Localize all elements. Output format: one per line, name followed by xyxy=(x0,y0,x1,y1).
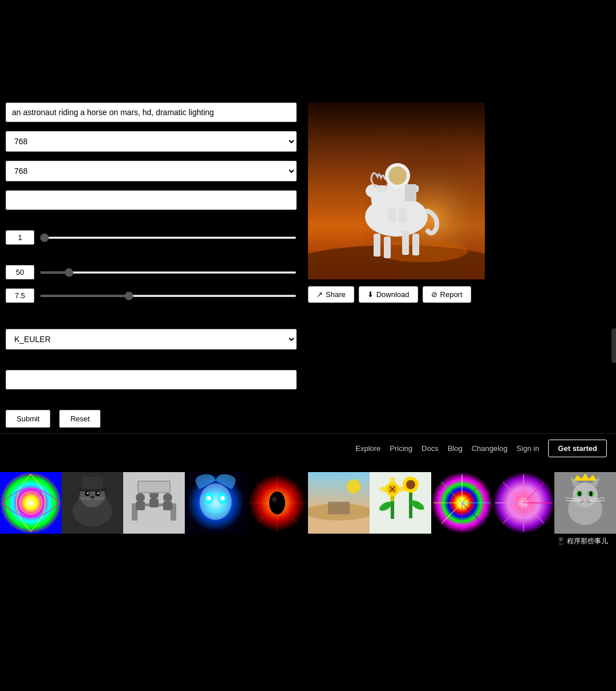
svg-point-80 xyxy=(380,486,391,492)
guidance-scale-value: 7.5 xyxy=(6,288,34,303)
svg-point-43 xyxy=(163,493,172,502)
svg-rect-67 xyxy=(328,502,350,514)
svg-point-51 xyxy=(200,483,232,520)
svg-point-63 xyxy=(272,497,277,502)
svg-rect-16 xyxy=(388,208,396,222)
svg-point-31 xyxy=(98,493,99,494)
share-icon: ↗ xyxy=(317,290,323,299)
download-button[interactable]: ⬇ Download xyxy=(359,286,418,303)
height-select[interactable]: 768 512 640 896 1024 xyxy=(6,161,297,181)
thumbnail-7[interactable] xyxy=(370,472,431,534)
svg-point-30 xyxy=(87,493,89,494)
width-select[interactable]: 768 512 640 896 1024 xyxy=(6,131,297,152)
svg-rect-27 xyxy=(82,477,103,489)
svg-rect-5 xyxy=(374,234,380,257)
svg-rect-45 xyxy=(149,499,159,507)
nav-signin[interactable]: Sign in xyxy=(517,444,540,453)
get-started-button[interactable]: Get started xyxy=(548,440,607,457)
svg-point-75 xyxy=(406,480,415,489)
thumbnail-3[interactable] xyxy=(123,472,185,534)
num-outputs-slider[interactable] xyxy=(40,237,297,239)
thumbnail-1[interactable] xyxy=(0,472,62,534)
svg-rect-18 xyxy=(405,184,416,201)
thumbnail-2[interactable] xyxy=(62,472,123,534)
image-actions: ↗ Share ⬇ Download ⊘ Report xyxy=(308,286,471,303)
svg-point-62 xyxy=(269,491,285,514)
guidance-scale-slider[interactable] xyxy=(40,295,297,297)
nav-bar: Explore Pricing Docs Blog Changelog Sign… xyxy=(0,433,616,463)
svg-point-79 xyxy=(390,490,395,502)
svg-point-55 xyxy=(220,496,225,501)
nav-blog[interactable]: Blog xyxy=(448,444,463,453)
report-button[interactable]: ⊘ Report xyxy=(423,286,471,303)
sidebar-handle[interactable] xyxy=(611,328,616,363)
nav-explore[interactable]: Explore xyxy=(355,444,380,453)
svg-point-41 xyxy=(136,493,145,502)
reset-button[interactable]: Reset xyxy=(59,410,100,428)
svg-point-78 xyxy=(390,477,395,488)
svg-rect-6 xyxy=(384,237,391,258)
svg-rect-17 xyxy=(399,208,407,222)
svg-rect-44 xyxy=(136,502,145,510)
svg-point-32 xyxy=(91,496,94,498)
nav-pricing[interactable]: Pricing xyxy=(390,444,412,453)
thumbnail-5[interactable] xyxy=(246,472,308,534)
thumbnail-strip xyxy=(0,472,616,534)
svg-rect-46 xyxy=(163,502,172,510)
svg-point-81 xyxy=(394,486,405,492)
svg-point-13 xyxy=(388,166,407,185)
num-steps-value: 50 xyxy=(6,265,34,279)
download-icon: ⬇ xyxy=(367,290,374,299)
svg-rect-7 xyxy=(402,231,409,255)
generated-image xyxy=(308,103,485,279)
seed-input[interactable] xyxy=(6,370,297,389)
num-outputs-value: 1 xyxy=(6,230,34,245)
nav-docs[interactable]: Docs xyxy=(422,444,439,453)
report-icon: ⊘ xyxy=(431,290,437,299)
svg-point-108 xyxy=(578,491,581,496)
svg-point-102 xyxy=(573,482,598,507)
thumbnail-6[interactable] xyxy=(308,472,370,534)
thumbnail-8[interactable] xyxy=(431,472,493,534)
svg-rect-76 xyxy=(409,493,412,518)
svg-rect-8 xyxy=(412,234,419,255)
prompt-input[interactable]: an astronaut riding a horse on mars, hd,… xyxy=(6,103,297,122)
svg-rect-69 xyxy=(370,472,431,534)
svg-point-109 xyxy=(590,491,592,496)
share-button[interactable]: ↗ Share xyxy=(308,286,354,303)
nav-changelog[interactable]: Changelog xyxy=(472,444,508,453)
svg-rect-19 xyxy=(0,472,62,534)
thumbnail-9[interactable] xyxy=(493,472,554,534)
svg-rect-14 xyxy=(376,185,387,192)
thumbnail-10[interactable] xyxy=(554,472,616,534)
num-steps-slider[interactable] xyxy=(40,271,297,274)
svg-point-68 xyxy=(347,479,360,493)
negative-prompt-input[interactable] xyxy=(6,190,297,210)
submit-button[interactable]: Submit xyxy=(6,410,50,428)
svg-point-54 xyxy=(206,496,211,501)
wechat-watermark: 📱 程序那些事儿 xyxy=(553,536,611,546)
thumbnail-4[interactable] xyxy=(185,472,246,534)
scheduler-select[interactable]: K_EULER K_EULER_ANCESTRAL DDIM DPMSolver… xyxy=(6,329,297,349)
svg-rect-48 xyxy=(139,482,169,492)
